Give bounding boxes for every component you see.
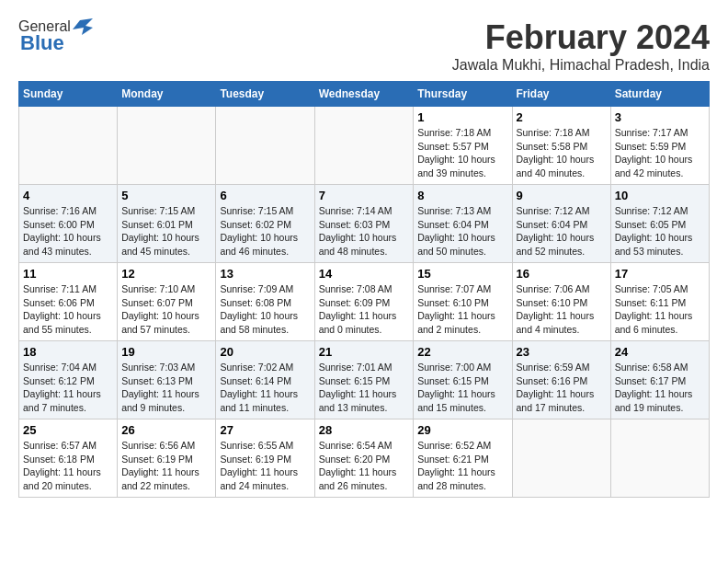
column-header-wednesday: Wednesday bbox=[314, 82, 414, 107]
calendar-cell: 5Sunrise: 7:15 AM Sunset: 6:01 PM Daylig… bbox=[118, 185, 216, 263]
calendar-cell bbox=[216, 107, 314, 185]
calendar-cell: 20Sunrise: 7:02 AM Sunset: 6:14 PM Dayli… bbox=[216, 341, 314, 419]
day-info: Sunrise: 7:18 AM Sunset: 5:58 PM Dayligh… bbox=[517, 126, 607, 180]
day-info: Sunrise: 7:03 AM Sunset: 6:13 PM Dayligh… bbox=[121, 361, 211, 415]
column-header-thursday: Thursday bbox=[414, 82, 512, 107]
day-info: Sunrise: 7:00 AM Sunset: 6:15 PM Dayligh… bbox=[417, 361, 507, 415]
day-info: Sunrise: 7:12 AM Sunset: 6:05 PM Dayligh… bbox=[615, 204, 705, 259]
day-number: 29 bbox=[417, 423, 507, 437]
day-number: 1 bbox=[417, 110, 507, 124]
day-info: Sunrise: 7:04 AM Sunset: 6:12 PM Dayligh… bbox=[23, 361, 113, 415]
calendar-cell: 21Sunrise: 7:01 AM Sunset: 6:15 PM Dayli… bbox=[314, 341, 414, 419]
calendar-cell: 13Sunrise: 7:09 AM Sunset: 6:08 PM Dayli… bbox=[216, 263, 314, 341]
calendar-cell: 17Sunrise: 7:05 AM Sunset: 6:11 PM Dayli… bbox=[610, 263, 709, 341]
day-info: Sunrise: 7:14 AM Sunset: 6:03 PM Dayligh… bbox=[319, 204, 410, 259]
day-info: Sunrise: 7:02 AM Sunset: 6:14 PM Dayligh… bbox=[220, 361, 310, 415]
title-section: February 2024 Jawala Mukhi, Himachal Pra… bbox=[452, 18, 710, 74]
day-number: 2 bbox=[517, 110, 607, 124]
logo-bird-icon bbox=[73, 18, 93, 35]
column-header-monday: Monday bbox=[118, 82, 216, 107]
calendar-cell bbox=[118, 107, 216, 185]
day-info: Sunrise: 6:59 AM Sunset: 6:16 PM Dayligh… bbox=[517, 361, 607, 415]
calendar-cell: 15Sunrise: 7:07 AM Sunset: 6:10 PM Dayli… bbox=[414, 263, 512, 341]
location-title: Jawala Mukhi, Himachal Pradesh, India bbox=[452, 57, 710, 74]
calendar-cell: 27Sunrise: 6:55 AM Sunset: 6:19 PM Dayli… bbox=[216, 419, 314, 498]
day-number: 27 bbox=[220, 423, 310, 437]
column-header-tuesday: Tuesday bbox=[216, 82, 314, 107]
calendar-cell bbox=[512, 419, 610, 498]
calendar-cell bbox=[314, 107, 414, 185]
day-number: 26 bbox=[121, 423, 211, 437]
day-info: Sunrise: 7:11 AM Sunset: 6:06 PM Dayligh… bbox=[23, 282, 113, 337]
day-number: 20 bbox=[220, 345, 310, 359]
day-number: 6 bbox=[220, 189, 310, 202]
calendar-cell: 22Sunrise: 7:00 AM Sunset: 6:15 PM Dayli… bbox=[414, 341, 512, 419]
day-info: Sunrise: 7:08 AM Sunset: 6:09 PM Dayligh… bbox=[319, 282, 410, 337]
day-number: 4 bbox=[23, 189, 113, 202]
day-number: 12 bbox=[121, 267, 211, 281]
day-number: 18 bbox=[23, 345, 113, 359]
day-number: 24 bbox=[615, 345, 705, 359]
day-number: 11 bbox=[23, 267, 113, 281]
day-info: Sunrise: 6:56 AM Sunset: 6:19 PM Dayligh… bbox=[121, 439, 211, 493]
column-header-sunday: Sunday bbox=[19, 82, 118, 107]
calendar-cell: 10Sunrise: 7:12 AM Sunset: 6:05 PM Dayli… bbox=[610, 185, 709, 263]
day-info: Sunrise: 7:17 AM Sunset: 5:59 PM Dayligh… bbox=[615, 126, 705, 180]
calendar-week-row: 1Sunrise: 7:18 AM Sunset: 5:57 PM Daylig… bbox=[19, 107, 710, 185]
day-info: Sunrise: 6:55 AM Sunset: 6:19 PM Dayligh… bbox=[220, 439, 310, 493]
calendar-cell: 25Sunrise: 6:57 AM Sunset: 6:18 PM Dayli… bbox=[19, 419, 118, 498]
logo: General Blue bbox=[18, 18, 93, 55]
calendar-cell bbox=[19, 107, 118, 185]
day-number: 16 bbox=[517, 267, 607, 281]
day-number: 5 bbox=[121, 189, 211, 202]
calendar-cell: 11Sunrise: 7:11 AM Sunset: 6:06 PM Dayli… bbox=[19, 263, 118, 341]
day-info: Sunrise: 7:15 AM Sunset: 6:01 PM Dayligh… bbox=[121, 204, 211, 259]
calendar-cell: 29Sunrise: 6:52 AM Sunset: 6:21 PM Dayli… bbox=[414, 419, 512, 498]
day-info: Sunrise: 7:18 AM Sunset: 5:57 PM Dayligh… bbox=[417, 126, 507, 180]
calendar-cell: 18Sunrise: 7:04 AM Sunset: 6:12 PM Dayli… bbox=[19, 341, 118, 419]
calendar-cell: 3Sunrise: 7:17 AM Sunset: 5:59 PM Daylig… bbox=[610, 107, 709, 185]
day-info: Sunrise: 7:12 AM Sunset: 6:04 PM Dayligh… bbox=[517, 204, 607, 259]
day-info: Sunrise: 6:52 AM Sunset: 6:21 PM Dayligh… bbox=[417, 439, 507, 493]
day-info: Sunrise: 7:07 AM Sunset: 6:10 PM Dayligh… bbox=[417, 282, 507, 337]
day-number: 7 bbox=[319, 189, 410, 202]
day-number: 9 bbox=[517, 189, 607, 202]
day-info: Sunrise: 6:58 AM Sunset: 6:17 PM Dayligh… bbox=[615, 361, 705, 415]
day-info: Sunrise: 7:15 AM Sunset: 6:02 PM Dayligh… bbox=[220, 204, 310, 259]
calendar-cell: 16Sunrise: 7:06 AM Sunset: 6:10 PM Dayli… bbox=[512, 263, 610, 341]
calendar-week-row: 25Sunrise: 6:57 AM Sunset: 6:18 PM Dayli… bbox=[19, 419, 710, 498]
day-number: 22 bbox=[417, 345, 507, 359]
month-title: February 2024 bbox=[452, 18, 710, 57]
day-info: Sunrise: 6:54 AM Sunset: 6:20 PM Dayligh… bbox=[319, 439, 410, 493]
day-info: Sunrise: 7:01 AM Sunset: 6:15 PM Dayligh… bbox=[319, 361, 410, 415]
calendar-cell: 24Sunrise: 6:58 AM Sunset: 6:17 PM Dayli… bbox=[610, 341, 709, 419]
calendar-header-row: SundayMondayTuesdayWednesdayThursdayFrid… bbox=[19, 82, 710, 107]
calendar-cell bbox=[610, 419, 709, 498]
day-info: Sunrise: 7:16 AM Sunset: 6:00 PM Dayligh… bbox=[23, 204, 113, 259]
day-number: 17 bbox=[615, 267, 705, 281]
calendar-table: SundayMondayTuesdayWednesdayThursdayFrid… bbox=[18, 81, 710, 498]
calendar-cell: 6Sunrise: 7:15 AM Sunset: 6:02 PM Daylig… bbox=[216, 185, 314, 263]
day-number: 13 bbox=[220, 267, 310, 281]
day-number: 14 bbox=[319, 267, 410, 281]
column-header-friday: Friday bbox=[512, 82, 610, 107]
day-info: Sunrise: 7:05 AM Sunset: 6:11 PM Dayligh… bbox=[615, 282, 705, 337]
day-number: 25 bbox=[23, 423, 113, 437]
column-header-saturday: Saturday bbox=[610, 82, 709, 107]
calendar-week-row: 11Sunrise: 7:11 AM Sunset: 6:06 PM Dayli… bbox=[19, 263, 710, 341]
calendar-cell: 8Sunrise: 7:13 AM Sunset: 6:04 PM Daylig… bbox=[414, 185, 512, 263]
day-number: 21 bbox=[319, 345, 410, 359]
calendar-cell: 23Sunrise: 6:59 AM Sunset: 6:16 PM Dayli… bbox=[512, 341, 610, 419]
calendar-cell: 1Sunrise: 7:18 AM Sunset: 5:57 PM Daylig… bbox=[414, 107, 512, 185]
logo-blue-text: Blue bbox=[20, 31, 64, 55]
calendar-cell: 19Sunrise: 7:03 AM Sunset: 6:13 PM Dayli… bbox=[118, 341, 216, 419]
calendar-cell: 14Sunrise: 7:08 AM Sunset: 6:09 PM Dayli… bbox=[314, 263, 414, 341]
day-info: Sunrise: 7:06 AM Sunset: 6:10 PM Dayligh… bbox=[517, 282, 607, 337]
calendar-cell: 26Sunrise: 6:56 AM Sunset: 6:19 PM Dayli… bbox=[118, 419, 216, 498]
svg-marker-0 bbox=[73, 18, 93, 35]
day-info: Sunrise: 6:57 AM Sunset: 6:18 PM Dayligh… bbox=[23, 439, 113, 493]
day-info: Sunrise: 7:13 AM Sunset: 6:04 PM Dayligh… bbox=[417, 204, 507, 259]
day-number: 3 bbox=[615, 110, 705, 124]
day-number: 8 bbox=[417, 189, 507, 202]
calendar-week-row: 4Sunrise: 7:16 AM Sunset: 6:00 PM Daylig… bbox=[19, 185, 710, 263]
